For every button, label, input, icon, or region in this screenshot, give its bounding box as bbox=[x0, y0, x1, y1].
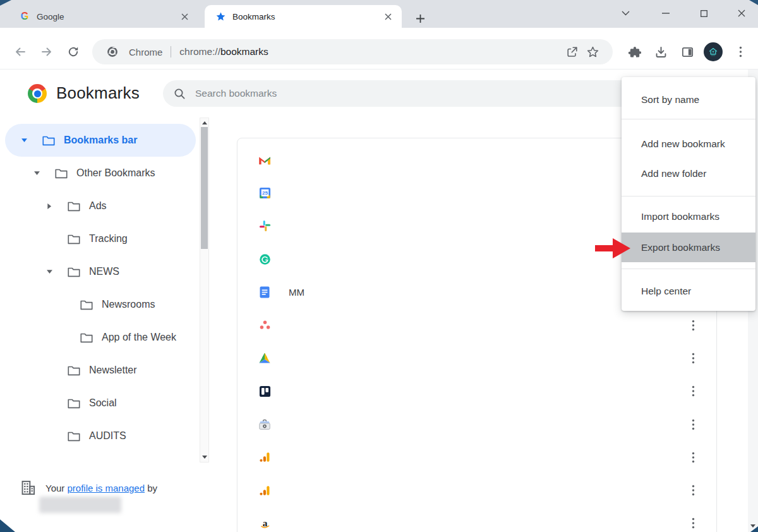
caret-right-icon[interactable] bbox=[45, 203, 53, 210]
folder-icon bbox=[42, 135, 56, 147]
managed-prefix: Your bbox=[45, 483, 67, 493]
folder-icon bbox=[67, 365, 81, 377]
caret-down-icon[interactable] bbox=[33, 171, 40, 176]
bookmark-this-tab-icon[interactable] bbox=[582, 42, 603, 62]
scroll-up-icon[interactable] bbox=[202, 121, 207, 124]
more-options-icon[interactable] bbox=[687, 414, 699, 435]
more-options-icon[interactable] bbox=[687, 480, 699, 500]
downloads-icon[interactable] bbox=[649, 40, 672, 63]
sidebar-item-audits[interactable]: AUDITS bbox=[5, 420, 196, 452]
sidebar-item-ads[interactable]: Ads bbox=[5, 190, 196, 222]
menu-item-add-new-bookmark[interactable]: Add new bookmark bbox=[622, 130, 755, 159]
profile-managed-link[interactable]: profile is managed bbox=[67, 483, 145, 493]
sidebar-item-bookmarks-bar[interactable]: Bookmarks bar bbox=[5, 124, 196, 157]
folder-icon bbox=[67, 430, 81, 442]
google-drive-favicon bbox=[258, 352, 271, 365]
sidebar-item-newsrooms[interactable]: Newsrooms bbox=[5, 288, 196, 321]
tab-close-icon[interactable] bbox=[382, 10, 394, 23]
grammarly-favicon bbox=[258, 253, 271, 265]
profile-avatar[interactable] bbox=[704, 42, 723, 61]
desktop-corner bbox=[0, 519, 15, 532]
side-panel-icon[interactable] bbox=[676, 40, 699, 63]
sidebar-item-social[interactable]: Social bbox=[5, 387, 196, 420]
bookmark-row[interactable] bbox=[238, 474, 716, 507]
window-chevron-button[interactable] bbox=[614, 4, 637, 23]
bookmark-row[interactable] bbox=[238, 408, 716, 440]
folder-label: Other Bookmarks bbox=[76, 167, 155, 179]
folder-label: Newsrooms bbox=[102, 299, 155, 310]
organize-menu: Sort by name Add new bookmark Add new fo… bbox=[622, 77, 755, 311]
folder-icon bbox=[67, 200, 81, 212]
sidebar-scrollbar[interactable] bbox=[200, 118, 209, 462]
new-tab-button[interactable] bbox=[412, 10, 428, 27]
folder-icon bbox=[80, 332, 93, 344]
menu-item-help-center[interactable]: Help center bbox=[622, 277, 755, 306]
chrome-logo bbox=[28, 84, 47, 103]
scrollbar-thumb[interactable] bbox=[201, 127, 208, 249]
asana-favicon bbox=[258, 319, 271, 332]
sidebar-item-app-of-the-week[interactable]: App of the Week bbox=[5, 321, 196, 354]
organization-building-icon bbox=[20, 480, 37, 496]
tab-title: Bookmarks bbox=[232, 12, 382, 21]
chrome-glyph-icon bbox=[102, 42, 123, 62]
menu-item-export-bookmarks[interactable]: Export bookmarks bbox=[622, 233, 755, 262]
slack-favicon bbox=[258, 220, 271, 233]
more-options-icon[interactable] bbox=[687, 513, 699, 532]
scroll-down-icon[interactable] bbox=[202, 456, 207, 459]
menu-item-add-new-folder[interactable]: Add new folder bbox=[622, 159, 755, 188]
caret-down-icon[interactable] bbox=[20, 138, 28, 143]
folder-label: Social bbox=[89, 397, 117, 409]
tab-close-icon[interactable] bbox=[178, 10, 191, 23]
reload-button[interactable] bbox=[62, 40, 85, 63]
tab-bookmarks[interactable]: Bookmarks bbox=[205, 5, 402, 28]
browser-window: G Google Bookmarks Chrome chrome://bookm… bbox=[0, 0, 758, 532]
menu-item-sort-by-name[interactable]: Sort by name bbox=[622, 85, 755, 114]
more-options-icon[interactable] bbox=[687, 315, 699, 336]
menu-item-import-bookmarks[interactable]: Import bookmarks bbox=[622, 202, 755, 231]
sidebar-item-newsletter[interactable]: Newsletter bbox=[5, 354, 196, 387]
site-label: Chrome bbox=[129, 47, 162, 57]
menu-divider bbox=[622, 269, 755, 269]
search-icon bbox=[173, 87, 186, 100]
browser-menu-icon[interactable] bbox=[729, 40, 752, 63]
share-icon[interactable] bbox=[562, 42, 582, 62]
search-console-favicon bbox=[258, 418, 271, 431]
scroll-down-icon[interactable] bbox=[750, 524, 755, 528]
folder-label: Bookmarks bar bbox=[64, 135, 138, 146]
bookmark-title: MM bbox=[289, 287, 304, 298]
window-minimize-button[interactable] bbox=[654, 4, 677, 23]
redacted-organization-name bbox=[39, 497, 121, 513]
window-maximize-button[interactable] bbox=[692, 4, 715, 23]
tab-google[interactable]: G Google bbox=[9, 5, 198, 28]
folder-label: AUDITS bbox=[89, 430, 126, 442]
more-options-icon[interactable] bbox=[687, 381, 699, 401]
back-button[interactable] bbox=[9, 40, 32, 63]
window-close-button[interactable] bbox=[730, 4, 753, 23]
more-options-icon[interactable] bbox=[687, 447, 699, 468]
bookmark-row[interactable] bbox=[238, 441, 716, 474]
folder-label: NEWS bbox=[89, 266, 119, 277]
bookmark-row[interactable] bbox=[238, 375, 716, 408]
sidebar-item-other-bookmarks[interactable]: Other Bookmarks bbox=[5, 157, 196, 190]
bookmark-row[interactable] bbox=[238, 308, 716, 341]
bookmark-row[interactable]: a bbox=[238, 507, 716, 532]
folder-icon bbox=[67, 233, 81, 245]
sidebar-item-news[interactable]: NEWS bbox=[5, 255, 196, 288]
caret-down-icon[interactable] bbox=[45, 269, 53, 274]
managed-profile-text: Your profile is managed by bbox=[45, 483, 157, 493]
extensions-icon[interactable] bbox=[623, 40, 646, 63]
url-host: bookmarks bbox=[220, 46, 268, 57]
address-bar[interactable]: Chrome chrome://bookmarks bbox=[92, 39, 613, 64]
url-separator bbox=[171, 46, 171, 57]
folder-label: Tracking bbox=[89, 233, 128, 245]
google-favicon: G bbox=[19, 11, 30, 22]
tab-title: Google bbox=[37, 12, 178, 21]
sidebar-item-tracking[interactable]: Tracking bbox=[5, 222, 196, 255]
forward-button[interactable] bbox=[35, 40, 58, 63]
folder-label: Newsletter bbox=[89, 365, 137, 376]
more-options-icon[interactable] bbox=[687, 348, 699, 368]
google-analytics-favicon bbox=[258, 484, 271, 497]
folder-icon bbox=[67, 397, 81, 409]
url-scheme: chrome:// bbox=[179, 46, 220, 57]
bookmark-row[interactable] bbox=[238, 342, 716, 375]
